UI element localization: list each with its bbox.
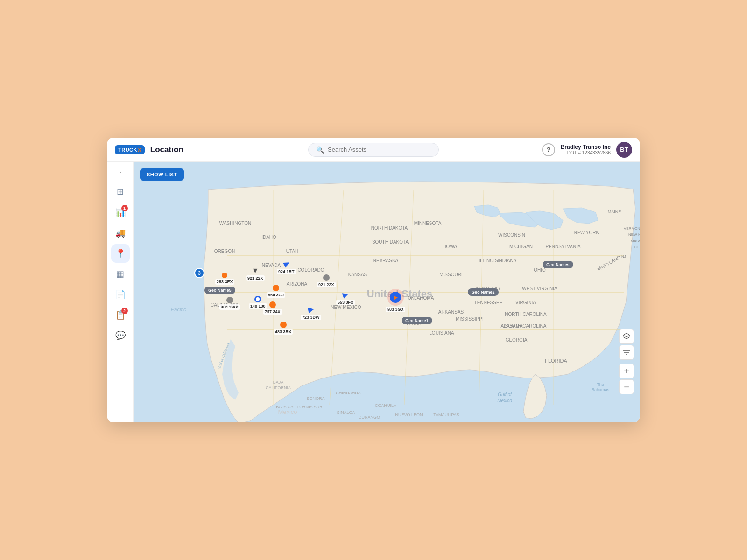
marker-label: 484 3WX — [219, 304, 240, 310]
sidebar-item-analytics[interactable]: 📊 1 — [111, 203, 130, 222]
search-input[interactable] — [328, 146, 421, 153]
marker-label: 924 1RT — [277, 269, 296, 274]
logo-text: TRUCK — [118, 147, 137, 153]
sidebar-item-messages[interactable]: 💬 — [111, 326, 130, 345]
sidebar-item-reports[interactable]: 📋 2 — [111, 306, 130, 324]
svg-text:NUEVO LEON: NUEVO LEON — [395, 413, 423, 417]
marker-label: 757 34X — [263, 309, 282, 315]
logo: TRUCKX — [115, 145, 145, 154]
sidebar-item-trucks[interactable]: 🚚 — [111, 224, 130, 242]
svg-text:OHIO: OHIO — [534, 267, 546, 273]
header-right: ? Bradley Transo Inc DOT # 12343352866 B… — [542, 142, 632, 158]
svg-text:NEW MEXICO: NEW MEXICO — [331, 305, 361, 310]
zoom-in-button[interactable]: + — [619, 364, 634, 378]
avatar[interactable]: BT — [616, 142, 632, 158]
cluster-marker[interactable]: 3 — [194, 268, 204, 278]
sidebar-item-dashboard[interactable]: ⊞ — [111, 182, 130, 201]
reports-badge: 2 — [121, 308, 128, 314]
svg-text:INDIANA: INDIANA — [498, 258, 517, 263]
svg-text:MISSOURI: MISSOURI — [439, 272, 462, 277]
marker-921-22x-arrow[interactable]: ▼ 921 22X — [246, 267, 265, 281]
svg-text:WEST VIRGINIA: WEST VIRGINIA — [522, 286, 557, 291]
svg-text:FLORIDA: FLORIDA — [545, 358, 567, 364]
body: › ⊞ 📊 1 🚚 📍 ▦ 📄 📋 2 — [107, 162, 640, 422]
marker-723-3dw[interactable]: ▶ 723 3DW — [301, 305, 321, 320]
svg-text:Pacific: Pacific — [171, 307, 186, 312]
sidebar-item-location[interactable]: 📍 — [111, 244, 130, 263]
logo-x: X — [138, 147, 141, 153]
filter-button[interactable] — [619, 345, 634, 360]
sidebar-collapse[interactable]: › — [116, 166, 125, 179]
svg-text:KANSAS: KANSAS — [348, 272, 367, 277]
marker-483-3rx[interactable]: 483 3RX — [274, 322, 293, 335]
zoom-out-button[interactable]: − — [619, 379, 634, 394]
svg-text:The: The — [597, 382, 604, 387]
sidebar-item-docs[interactable]: 📄 — [111, 285, 130, 304]
svg-text:WASHINGTON: WASHINGTON — [219, 221, 251, 226]
geo-tag-names: Geo Names — [543, 261, 573, 268]
svg-text:NJ: NJ — [621, 254, 626, 259]
svg-text:CHIHUAHUA: CHIHUAHUA — [336, 391, 361, 395]
user-info: Bradley Transo Inc DOT # 12343352866 — [561, 144, 611, 155]
svg-text:SOUTH DAKOTA: SOUTH DAKOTA — [372, 239, 409, 245]
svg-text:BAJA: BAJA — [273, 380, 284, 385]
app-window: TRUCKX Location 🔍 ? Bradley Transo Inc D… — [107, 138, 640, 422]
svg-text:IOWA: IOWA — [445, 244, 458, 249]
svg-text:ALABAMA: ALABAMA — [500, 323, 523, 329]
svg-text:TAMAULIPAS: TAMAULIPAS — [433, 413, 459, 417]
marker-484-3wx[interactable]: 484 3WX — [219, 297, 240, 310]
svg-text:CALIFORNIA: CALIFORNIA — [266, 385, 291, 390]
svg-text:SONORA: SONORA — [306, 396, 324, 401]
help-button[interactable]: ? — [542, 143, 555, 156]
svg-text:VIRGINIA: VIRGINIA — [515, 300, 536, 305]
svg-text:IDAHO: IDAHO — [261, 235, 276, 240]
geo-tag-2: Geo Name2 — [468, 288, 499, 296]
svg-text:Mexico: Mexico — [278, 408, 297, 415]
svg-text:MASSACHUSETTS: MASSACHUSETTS — [631, 239, 640, 243]
marker-554-3cj[interactable]: 554 3CJ — [267, 285, 285, 298]
svg-text:Mexico: Mexico — [497, 398, 512, 403]
sidebar-item-grid[interactable]: ▦ — [111, 265, 130, 283]
svg-text:SINALOA: SINALOA — [337, 410, 355, 415]
svg-text:MINNESOTA: MINNESOTA — [414, 221, 442, 226]
svg-text:VERMONT: VERMONT — [624, 226, 640, 231]
svg-text:OREGON: OREGON — [214, 249, 235, 254]
show-list-button[interactable]: SHOW LIST — [140, 168, 184, 181]
svg-text:LOUISIANA: LOUISIANA — [429, 330, 454, 336]
marker-757-34x[interactable]: 757 34X — [263, 301, 282, 315]
svg-text:TENNESSEE: TENNESSEE — [474, 300, 503, 305]
messages-icon: 💬 — [115, 330, 126, 341]
svg-text:ARIZONA: ARIZONA — [287, 281, 308, 287]
svg-text:BAJA CALIFORNIA SUR: BAJA CALIFORNIA SUR — [276, 405, 323, 409]
layers-button[interactable] — [619, 329, 634, 344]
svg-text:CT: CT — [634, 245, 639, 249]
svg-text:ILLINOIS: ILLINOIS — [479, 258, 498, 263]
svg-text:NEBRASKA: NEBRASKA — [373, 258, 399, 263]
search-bar[interactable]: 🔍 — [308, 143, 439, 157]
map-container[interactable]: SHOW LIST Pacific — [134, 162, 640, 422]
marker-label: 723 3DW — [301, 315, 321, 320]
svg-text:UTAH: UTAH — [286, 249, 298, 254]
search-icon: 🔍 — [316, 146, 324, 154]
geo-tag-5: Geo Name5 — [204, 287, 235, 294]
marker-label: 921 22X — [246, 275, 265, 281]
marker-label: 583 3GX — [386, 307, 405, 312]
marker-283-3ex[interactable]: 283 3EX — [215, 273, 234, 285]
svg-text:MISSISSIPPI: MISSISSIPPI — [456, 316, 483, 322]
header: TRUCKX Location 🔍 ? Bradley Transo Inc D… — [107, 138, 640, 162]
map-controls: + − — [619, 329, 634, 394]
truck-icon: 🚚 — [115, 228, 126, 238]
marker-553-3fx[interactable]: ▶ 553 3FX — [336, 290, 355, 305]
marker-583-3gx[interactable]: ▶ 583 3GX — [386, 289, 405, 312]
marker-label: 483 3RX — [274, 329, 293, 335]
marker-label: 283 3EX — [215, 279, 234, 285]
marker-924-1rt[interactable]: ▶ 924 1RT — [277, 259, 296, 274]
dashboard-icon: ⊞ — [117, 187, 124, 197]
svg-text:DURANGO: DURANGO — [359, 415, 380, 420]
marker-label: 553 3FX — [336, 300, 355, 305]
marker-921-22x-gray[interactable]: 921 22X — [317, 274, 336, 287]
svg-text:ARKANSAS: ARKANSAS — [438, 309, 464, 315]
sidebar: › ⊞ 📊 1 🚚 📍 ▦ 📄 📋 2 — [107, 162, 134, 422]
svg-text:Bahamas: Bahamas — [592, 387, 610, 392]
svg-text:COAHUILA: COAHUILA — [375, 403, 396, 408]
